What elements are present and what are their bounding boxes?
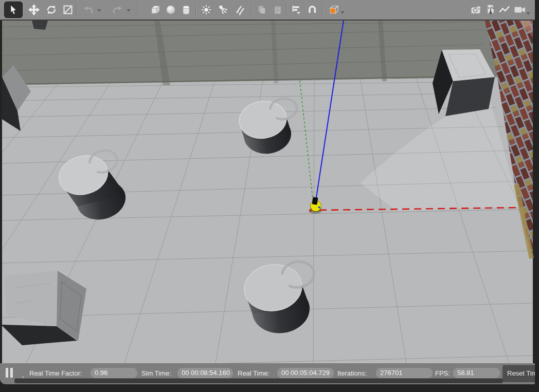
copy-icon [256, 4, 267, 15]
window-border-right [535, 0, 539, 392]
screenshot-button[interactable] [469, 2, 483, 18]
undo-button[interactable] [80, 2, 97, 18]
video-camera-icon [513, 4, 527, 15]
align-button[interactable] [289, 2, 303, 18]
pause-bar [6, 368, 8, 378]
toolbar-separator [76, 4, 77, 16]
point-light-icon [201, 4, 212, 15]
toolbar-separator [138, 4, 139, 16]
undo-arrow-icon [83, 4, 94, 15]
snap-button[interactable] [304, 2, 320, 18]
rotate-arrows-icon [46, 4, 57, 15]
toolbar-separator [195, 4, 196, 16]
insert-box-button[interactable] [147, 2, 164, 18]
cursor-arrow-icon [8, 4, 19, 15]
directional-light-button[interactable] [232, 2, 247, 18]
view-angle-button[interactable] [326, 2, 342, 18]
log-label: LOG [488, 6, 494, 9]
point-light-button[interactable] [199, 2, 214, 18]
insert-sphere-button[interactable] [163, 2, 179, 18]
main-toolbar: LOG [0, 0, 539, 21]
spot-light-button[interactable] [215, 2, 231, 18]
redo-button[interactable] [109, 2, 125, 18]
horizontal-scrollbar[interactable] [14, 378, 503, 383]
insert-cylinder-button[interactable] [178, 2, 194, 18]
real-time-label: Real Time: [238, 369, 270, 377]
iterations-label: Iterations: [337, 369, 367, 377]
translate-tool-button[interactable] [26, 2, 42, 18]
viewport-3d[interactable] [2, 21, 535, 363]
sphere-icon [165, 4, 176, 15]
sim-time-label: Sim Time: [141, 369, 171, 377]
undo-history-caret[interactable] [97, 9, 101, 12]
copy-button[interactable] [254, 2, 270, 18]
select-tool-button[interactable] [4, 2, 23, 18]
rotate-tool-button[interactable] [43, 2, 60, 18]
sim-time-value: 00 00:08:54.160 [177, 368, 233, 378]
video-record-button[interactable] [512, 2, 528, 18]
toolbar-separator [286, 4, 287, 16]
log-record-button[interactable]: LOG [484, 2, 497, 18]
pause-button[interactable] [6, 368, 17, 378]
simulation-statusbar: Real Time Factor: 0.96 Sim Time: 00 00:0… [0, 363, 539, 384]
move-arrows-icon [28, 4, 40, 15]
reset-time-button[interactable]: Reset Time [502, 365, 539, 382]
redo-arrow-icon [112, 4, 123, 15]
fps-label: FPS: [435, 369, 450, 377]
align-icon [291, 4, 302, 15]
directional-light-icon [234, 4, 245, 15]
fps-value: 58.81 [453, 368, 500, 378]
concrete-wall [2, 21, 497, 85]
scale-tool-button[interactable] [60, 2, 76, 18]
toolbar-separator [251, 4, 252, 16]
plot-line-icon [498, 4, 511, 15]
camera-icon [470, 4, 482, 15]
cabinet[interactable] [2, 271, 86, 345]
toolbar-separator [322, 4, 323, 16]
cylinder-icon [181, 4, 192, 15]
spot-light-icon [218, 4, 229, 15]
real-time-factor-label: Real Time Factor: [29, 369, 82, 377]
pause-bar [10, 368, 13, 378]
log-file-icon: LOG [485, 4, 496, 16]
paste-button[interactable] [270, 2, 285, 18]
box-icon [150, 4, 161, 15]
magnet-icon [307, 4, 318, 15]
scale-box-icon [62, 4, 74, 15]
paste-icon [272, 4, 283, 15]
window-border-left [0, 21, 2, 363]
gazebo-window: LOG [0, 0, 539, 392]
real-time-factor-value: 0.96 [91, 368, 137, 378]
robot-sensor [312, 197, 318, 204]
view-cube-icon [328, 4, 339, 15]
plot-button[interactable] [497, 2, 512, 18]
iterations-value: 276701 [376, 368, 433, 378]
real-time-value: 00 00:05:04.729 [277, 368, 334, 378]
video-record-caret[interactable] [526, 12, 530, 15]
redo-history-caret[interactable] [127, 9, 131, 12]
view-angle-caret[interactable] [340, 11, 345, 14]
